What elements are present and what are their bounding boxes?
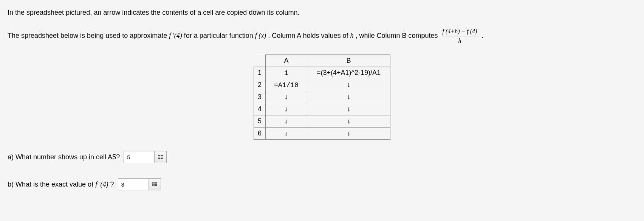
spreadsheet-table: A B 1 1 =(3+(4+A1)^2-19)/A1 2 =A1/10 ↓ 3…	[254, 54, 390, 140]
text: The spreadsheet below is being used to a…	[8, 32, 169, 39]
text: , while Column B computes	[355, 32, 440, 39]
answer-b-group	[118, 178, 161, 190]
table-row: 2 =A1/10 ↓	[254, 79, 390, 91]
question-b-row: b) What is the exact value of f ′(4) ?	[8, 178, 636, 190]
cell-a5: ↓	[266, 115, 307, 128]
text: b) What is the exact value of	[8, 181, 95, 188]
question-b-label: b) What is the exact value of f ′(4) ?	[8, 181, 114, 188]
question-a-row: a) What number shows up in cell A5?	[8, 151, 636, 163]
table-row: 3 ↓ ↓	[254, 91, 390, 103]
column-header-b: B	[307, 55, 390, 67]
keyboard-icon	[152, 182, 157, 186]
text: . Column A holds values of	[268, 32, 350, 39]
answer-b-input[interactable]	[118, 179, 149, 190]
keyboard-button[interactable]	[149, 179, 161, 190]
fraction-numerator: f (4+h) − f (4)	[441, 27, 478, 36]
row-header: 5	[254, 115, 265, 128]
row-header: 2	[254, 79, 265, 91]
cell-b1: =(3+(4+A1)^2-19)/A1	[307, 67, 390, 79]
fraction-denominator: h	[441, 36, 478, 45]
cell-a3: ↓	[266, 91, 307, 103]
cell-a4: ↓	[266, 103, 307, 115]
math-fprime4: f ′(4)	[169, 32, 182, 39]
question-a-label: a) What number shows up in cell A5?	[8, 153, 120, 161]
row-header: 6	[254, 128, 265, 140]
row-header: 3	[254, 91, 265, 103]
answer-a-input[interactable]	[124, 151, 154, 163]
keyboard-icon	[158, 155, 163, 159]
math-fprime4: f ′(4)	[95, 181, 108, 188]
cell-b4: ↓	[307, 103, 390, 115]
cell-a6: ↓	[266, 128, 307, 140]
cell-a2: =A1/10	[266, 79, 307, 91]
answer-a-group	[124, 151, 167, 163]
cell-b5: ↓	[307, 115, 390, 128]
cell-b3: ↓	[307, 91, 390, 103]
difference-quotient-fraction: f (4+h) − f (4) h	[441, 27, 478, 45]
cell-b2: ↓	[307, 79, 390, 91]
math-h: h	[350, 32, 353, 39]
intro-paragraph-2: The spreadsheet below is being used to a…	[8, 27, 636, 45]
cell-b6: ↓	[307, 128, 390, 140]
intro-paragraph-1: In the spreadsheet pictured, an arrow in…	[8, 8, 636, 18]
row-header: 4	[254, 103, 265, 115]
keyboard-button[interactable]	[154, 151, 166, 163]
cell-a1: 1	[266, 67, 307, 79]
math-fx: f (x)	[255, 32, 266, 39]
text: for a particular function	[184, 32, 255, 39]
text: .	[481, 32, 483, 39]
text: ?	[110, 181, 114, 188]
table-row: 4 ↓ ↓	[254, 103, 390, 115]
row-header: 1	[254, 67, 265, 79]
table-row: 1 1 =(3+(4+A1)^2-19)/A1	[254, 67, 390, 79]
column-header-a: A	[266, 55, 307, 67]
table-row: 6 ↓ ↓	[254, 128, 390, 140]
table-corner	[254, 55, 265, 67]
table-row: 5 ↓ ↓	[254, 115, 390, 128]
